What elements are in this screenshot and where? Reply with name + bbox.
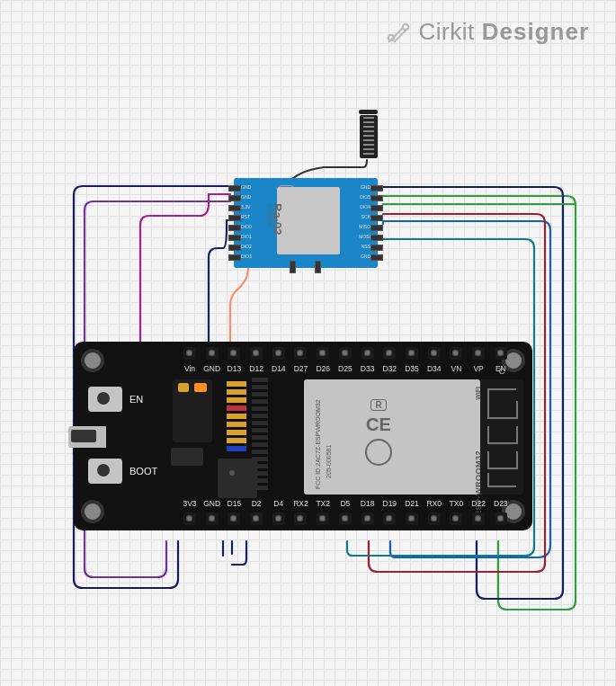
lora-pin-miso[interactable] <box>370 225 383 231</box>
lora-pin-gnd[interactable] <box>315 261 321 273</box>
esp-pin-d22[interactable] <box>472 512 485 525</box>
lora-pin-gnd[interactable] <box>228 195 241 201</box>
esp-pin-d19[interactable] <box>383 512 396 525</box>
esp-pin-d5[interactable] <box>339 512 352 525</box>
boot-button[interactable] <box>88 459 122 484</box>
esp-pin-rx2[interactable] <box>294 512 307 525</box>
mount-hole <box>81 500 104 523</box>
esp-pin-d27[interactable] <box>294 347 307 360</box>
lora-pin-gnd[interactable] <box>290 261 296 273</box>
esp-pin-d13[interactable] <box>228 347 240 360</box>
esp-pin-d33[interactable] <box>362 347 374 360</box>
esp-pin-vp[interactable] <box>472 347 485 360</box>
esp-pin-label: RX2 <box>291 499 311 508</box>
esp-pin-label: 3V3 <box>180 499 200 508</box>
esp-pin-label: D12 <box>246 364 266 373</box>
esp-pin-d14[interactable] <box>272 347 285 360</box>
esp-pin-label: Vin <box>180 364 200 373</box>
lora-pin-sck[interactable] <box>370 215 383 221</box>
esp-pin-label: D27 <box>291 364 311 373</box>
esp-pin-3v3[interactable] <box>183 512 196 525</box>
brand-name-1: Cirkit <box>419 18 475 46</box>
lora-pin-label: MISO <box>359 224 370 229</box>
esp-pin-label: D14 <box>269 364 289 373</box>
antenna-coil <box>363 117 374 155</box>
en-button[interactable] <box>88 387 122 412</box>
esp-pin-d18[interactable] <box>362 512 374 525</box>
lora-pin-label: DIO4 <box>360 204 370 209</box>
en-label: EN <box>129 394 143 405</box>
lora-pin-dio2[interactable] <box>228 245 241 251</box>
ce-mark: CE <box>366 414 391 435</box>
model-no: 205-000581 <box>326 445 332 478</box>
lora-pin-gnd[interactable] <box>370 254 383 261</box>
esp-pin-d23[interactable] <box>495 512 507 525</box>
lora-pin-label: 3.3V <box>241 204 250 209</box>
esp-pin-label: D13 <box>224 364 244 373</box>
esp-pin-label: GND <box>202 499 222 508</box>
esp-pin-label: D2 <box>246 499 266 508</box>
esp-pin-d15[interactable] <box>228 512 240 525</box>
lora-pin-dio3[interactable] <box>228 254 241 261</box>
lora-pin-dio4[interactable] <box>370 205 383 211</box>
lora-module-ra02[interactable]: Ra-02 Ai-Thinker GNDGND3.3VRSTDIO0DIO1DI… <box>234 178 378 268</box>
esp-pin-gnd[interactable] <box>206 512 219 525</box>
lora-pin-dio1[interactable] <box>228 235 241 241</box>
esp-pin-gnd[interactable] <box>206 347 219 360</box>
lora-pin-dio5[interactable] <box>370 195 383 201</box>
esp-pin-d35[interactable] <box>406 347 418 360</box>
esp-pin-d4[interactable] <box>272 512 285 525</box>
esp-pin-d25[interactable] <box>339 347 352 360</box>
esp-pin-label: D25 <box>335 364 355 373</box>
lora-pin-mosi[interactable] <box>370 235 383 241</box>
lora-pin-nss[interactable] <box>370 245 383 251</box>
esp-pin-label: D35 <box>402 364 422 373</box>
esp-pin-label: D23 <box>491 499 511 508</box>
smd-column <box>227 381 246 451</box>
esp-pin-d32[interactable] <box>383 347 396 360</box>
esp-pin-d2[interactable] <box>250 512 263 525</box>
esp32-devkit[interactable]: EN BOOT FCC ID:2AC7Z-ESPWROOM32 205-0005… <box>74 342 532 530</box>
lora-pin-gnd[interactable] <box>228 185 241 192</box>
lora-pin-dio0[interactable] <box>228 225 241 231</box>
esp-pin-label: D34 <box>424 364 444 373</box>
esp-pin-vin[interactable] <box>183 347 196 360</box>
esp-pin-label: D19 <box>379 499 399 508</box>
lora-pin-label: GND <box>361 254 370 259</box>
esp-pin-rx0[interactable] <box>428 512 441 525</box>
esp-pin-d21[interactable] <box>406 512 418 525</box>
top-header[interactable] <box>183 347 507 360</box>
jumper-column <box>252 378 268 490</box>
circuit-canvas[interactable]: Cirkit Designer <box>0 0 616 686</box>
brand-name-2: Designer <box>482 18 589 46</box>
esp-pin-label: GND <box>202 364 222 373</box>
esp-wroom-shield: FCC ID:2AC7Z-ESPWROOM32 205-000581 WiFi … <box>304 379 480 494</box>
esp-pin-d12[interactable] <box>250 347 263 360</box>
cirkit-icon <box>385 19 412 46</box>
lora-pin-gnd[interactable] <box>370 185 383 192</box>
esp-pin-tx2[interactable] <box>317 512 329 525</box>
esp-pin-d34[interactable] <box>428 347 441 360</box>
esp-pin-tx0[interactable] <box>450 512 462 525</box>
esp-pin-label: D22 <box>469 499 488 508</box>
esp-pin-label: TX0 <box>446 499 466 508</box>
bottom-header[interactable] <box>183 512 507 525</box>
cert-marks: R CE <box>365 399 392 466</box>
mount-hole <box>81 349 104 372</box>
lora-pin-3.3v[interactable] <box>228 205 241 211</box>
lora-pin-label: MOSI <box>359 234 370 239</box>
lora-pin-label: DIO2 <box>241 244 252 249</box>
esp-pin-en[interactable] <box>495 347 507 360</box>
voltage-regulator <box>171 448 203 466</box>
esp-pin-d26[interactable] <box>317 347 329 360</box>
lora-pin-label: DIO1 <box>241 234 252 239</box>
espressif-logo-icon <box>365 439 392 466</box>
micro-usb-port[interactable] <box>68 426 106 448</box>
lora-pin-label: SCK <box>362 214 370 219</box>
lora-pin-rst[interactable] <box>228 215 241 221</box>
esp-pin-label: D26 <box>313 364 333 373</box>
lora-pin-label: GND <box>361 184 370 190</box>
esp-pin-vn[interactable] <box>450 347 462 360</box>
esp-pin-label: RX0 <box>424 499 444 508</box>
rf-shield <box>277 187 340 254</box>
